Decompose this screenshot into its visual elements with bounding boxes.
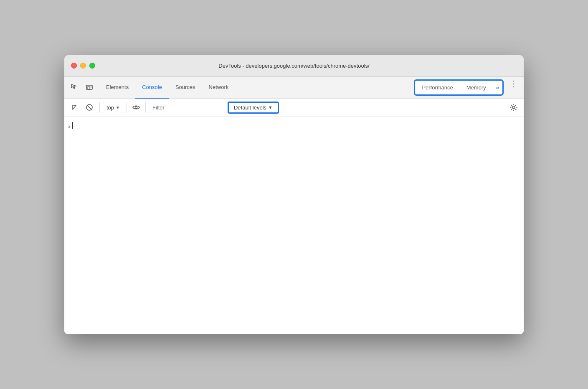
- console-settings-button[interactable]: [507, 101, 520, 114]
- toolbar-divider: [99, 102, 100, 112]
- toolbar-divider-3: [145, 102, 146, 112]
- context-arrow: ▼: [116, 105, 120, 110]
- toolbar-left-icons: top ▼: [68, 101, 226, 114]
- filter-input[interactable]: [149, 103, 226, 112]
- tab-network[interactable]: Network: [202, 77, 236, 99]
- context-value: top: [106, 104, 114, 111]
- context-selector[interactable]: top ▼: [103, 103, 123, 112]
- toolbar-right: [507, 101, 520, 114]
- minimize-button[interactable]: [80, 63, 86, 69]
- maximize-button[interactable]: [89, 63, 95, 69]
- device-toolbar-button[interactable]: [83, 81, 96, 94]
- svg-line-6: [87, 105, 91, 109]
- svg-point-8: [512, 106, 515, 109]
- toolbar-divider-2: [127, 102, 127, 112]
- console-cursor: [72, 122, 73, 129]
- title-bar: DevTools - developers.google.com/web/too…: [64, 55, 524, 77]
- tab-elements[interactable]: Elements: [99, 77, 135, 99]
- tab-memory[interactable]: Memory: [460, 81, 493, 94]
- console-prompt-line: >: [64, 120, 524, 132]
- devtools-window: DevTools - developers.google.com/web/too…: [64, 55, 524, 334]
- prompt-chevron-icon: >: [68, 124, 71, 130]
- svg-marker-4: [73, 105, 76, 109]
- highlighted-tabs-area: Performance Memory »: [414, 79, 504, 96]
- clear-console-button[interactable]: [83, 101, 96, 114]
- window-title: DevTools - developers.google.com/web/too…: [218, 63, 369, 69]
- tab-sources[interactable]: Sources: [169, 77, 202, 99]
- tab-list: Elements Console Sources Network: [99, 77, 414, 98]
- inspect-element-button[interactable]: [68, 81, 81, 94]
- more-options-button[interactable]: ⋮: [507, 77, 520, 90]
- default-levels-arrow-icon: ▼: [268, 105, 273, 110]
- live-expressions-button[interactable]: [130, 102, 142, 113]
- console-toolbar: top ▼ Default levels ▼: [64, 99, 524, 117]
- default-levels-label: Default levels: [234, 104, 266, 111]
- default-levels-dropdown[interactable]: Default levels ▼: [228, 102, 279, 114]
- tab-console[interactable]: Console: [135, 77, 169, 99]
- svg-point-7: [135, 107, 137, 109]
- tab-bar: Elements Console Sources Network Perform…: [64, 77, 524, 99]
- console-content[interactable]: >: [64, 117, 524, 334]
- svg-rect-1: [88, 86, 90, 89]
- tab-bar-icons: [68, 77, 99, 98]
- traffic-lights: [71, 63, 95, 69]
- tab-performance[interactable]: Performance: [415, 81, 459, 94]
- expand-console-button[interactable]: [68, 101, 81, 114]
- devtools-panel: Elements Console Sources Network Perform…: [64, 77, 524, 334]
- close-button[interactable]: [71, 63, 77, 69]
- more-tabs-button[interactable]: »: [493, 81, 502, 94]
